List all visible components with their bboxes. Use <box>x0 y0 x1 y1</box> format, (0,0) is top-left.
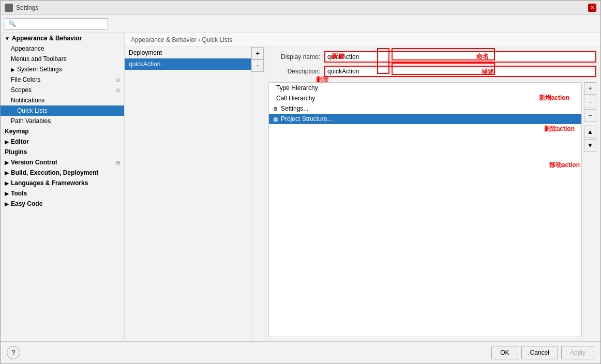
display-name-row: Display name: <box>268 51 596 63</box>
sidebar: ▼ Appearance & Behavior Appearance Menus… <box>1 33 125 341</box>
sidebar-label-quick-lists: Quick Lists <box>17 107 48 114</box>
app-icon <box>5 4 13 12</box>
quick-lists-area: Deployment quickAction + − <box>125 47 600 341</box>
move-up-button[interactable]: ▲ <box>584 126 596 138</box>
description-row: Description: <box>268 66 596 77</box>
sidebar-item-build[interactable]: ▶ Build, Execution, Deployment <box>1 168 124 178</box>
expand-arrow: ▼ <box>5 36 10 41</box>
vc-icon: ⊞ <box>116 160 120 165</box>
sidebar-item-keymap[interactable]: Keymap <box>1 126 124 136</box>
remove-action-button[interactable]: − <box>584 109 596 122</box>
close-button[interactable]: ✕ <box>588 4 596 12</box>
remove-list-button[interactable]: − <box>251 59 264 72</box>
title-bar: Settings ✕ <box>1 1 600 15</box>
sidebar-item-plugins[interactable]: Plugins <box>1 147 124 157</box>
action-item-call-hierarchy[interactable]: Call Hierarchy <box>269 93 581 103</box>
sidebar-label-appearance: Appearance <box>11 45 44 52</box>
list-label-quickaction: quickAction <box>129 60 160 68</box>
sidebar-item-notifications[interactable]: Notifications <box>1 95 124 105</box>
action-item-settings[interactable]: ⚙ Settings... <box>269 103 581 114</box>
quick-lists-inner: Deployment quickAction + − <box>125 47 600 341</box>
breadcrumb: Appearance & Behavior › Quick Lists <box>125 33 600 47</box>
add-action-button[interactable]: + <box>584 82 596 95</box>
ok-button[interactable]: OK <box>491 346 518 359</box>
sidebar-item-quick-lists[interactable]: Quick Lists <box>1 105 124 116</box>
action-list: Type Hierarchy Call Hierarchy ⚙ Settings… <box>268 82 582 337</box>
action-item-project-structure[interactable]: ▦ Project Structure... <box>269 114 581 124</box>
tools-arrow: ▶ <box>5 191 9 196</box>
sidebar-label-appearance-behavior: Appearance & Behavior <box>12 35 82 42</box>
sidebar-item-languages[interactable]: ▶ Languages & Frameworks <box>1 178 124 188</box>
sidebar-label-plugins: Plugins <box>5 148 27 156</box>
scopes-icon: ⊞ <box>116 87 120 93</box>
sidebar-item-system-settings[interactable]: ▶ System Settings <box>1 64 124 74</box>
help-button[interactable]: ? <box>7 346 20 359</box>
sidebar-item-easy-code[interactable]: ▶ Easy Code <box>1 199 124 209</box>
sidebar-item-tools[interactable]: ▶ Tools <box>1 188 124 199</box>
sidebar-label-tools: Tools <box>11 190 27 197</box>
main-area: ▼ Appearance & Behavior Appearance Menus… <box>1 33 600 341</box>
system-settings-arrow: ▶ <box>11 67 15 72</box>
sidebar-item-appearance-behavior[interactable]: ▼ Appearance & Behavior <box>1 33 124 43</box>
sidebar-item-path-variables[interactable]: Path Variables <box>1 116 124 126</box>
action-label-project-structure: Project Structure... <box>281 115 332 123</box>
move-down-button[interactable]: ▼ <box>584 139 596 151</box>
sidebar-label-easy-code: Easy Code <box>11 200 42 207</box>
list-item-deployment[interactable]: Deployment <box>125 47 251 58</box>
detail-panel: Display name: Description: <box>264 47 600 341</box>
bottom-bar: ? OK Cancel Apply <box>1 341 600 363</box>
sidebar-label-editor: Editor <box>11 138 29 145</box>
settings-icon: ⚙ <box>273 106 278 112</box>
build-arrow: ▶ <box>5 170 9 176</box>
sidebar-item-menus-toolbars[interactable]: Menus and Toolbars <box>1 54 124 64</box>
dotted-action-button[interactable]: ···· <box>584 96 596 108</box>
search-bar <box>1 15 600 33</box>
window-title: Settings <box>16 4 588 11</box>
action-label-type-hierarchy: Type Hierarchy <box>276 84 318 92</box>
action-label-settings: Settings... <box>281 105 308 112</box>
sidebar-label-vc: Version Control <box>11 159 57 166</box>
sidebar-item-version-control[interactable]: ▶ Version Control ⊞ <box>1 157 124 168</box>
sidebar-label-scopes: Scopes <box>11 86 32 94</box>
project-structure-icon: ▦ <box>273 116 278 122</box>
sidebar-label-keymap: Keymap <box>5 128 29 135</box>
lang-arrow: ▶ <box>5 180 9 186</box>
description-label: Description: <box>268 68 320 75</box>
list-panel-buttons: + − <box>251 47 264 341</box>
list-with-buttons: Deployment quickAction + − <box>125 47 264 341</box>
add-list-button[interactable]: + <box>251 47 264 59</box>
sidebar-label-build: Build, Execution, Deployment <box>11 169 98 176</box>
sidebar-item-editor[interactable]: ▶ Editor <box>1 136 124 147</box>
sidebar-label-notifications: Notifications <box>11 97 44 104</box>
sidebar-label-system: System Settings <box>17 66 62 73</box>
vc-arrow: ▶ <box>5 160 9 165</box>
file-colors-icon: ⊞ <box>116 77 120 83</box>
sidebar-item-file-colors[interactable]: File Colors ⊞ <box>1 74 124 85</box>
sidebar-label-path-variables: Path Variables <box>11 117 51 125</box>
sidebar-label-menus: Menus and Toolbars <box>11 55 67 63</box>
action-list-area: Type Hierarchy Call Hierarchy ⚙ Settings… <box>268 82 596 337</box>
sidebar-label-file-colors: File Colors <box>11 76 40 83</box>
content-area: ▼ Appearance & Behavior Appearance Menus… <box>1 15 600 363</box>
settings-window: Settings ✕ ▼ Appearance & Behavior Appea… <box>0 0 601 364</box>
editor-arrow: ▶ <box>5 139 9 145</box>
list-section: Deployment quickAction + − <box>125 47 264 341</box>
sidebar-label-languages: Languages & Frameworks <box>11 179 88 187</box>
search-input[interactable] <box>5 18 108 29</box>
apply-button[interactable]: Apply <box>561 346 594 359</box>
cancel-button[interactable]: Cancel <box>521 346 558 359</box>
sidebar-item-scopes[interactable]: Scopes ⊞ <box>1 85 124 95</box>
action-buttons: + ···· − ▲ ▼ <box>584 82 596 337</box>
main-content: Appearance & Behavior › Quick Lists Depl… <box>125 33 600 341</box>
display-name-label: Display name: <box>268 53 320 60</box>
list-panel-content: Deployment quickAction <box>125 47 251 341</box>
action-item-type-hierarchy[interactable]: Type Hierarchy <box>269 83 581 93</box>
description-input[interactable] <box>324 66 596 77</box>
display-name-input[interactable] <box>324 51 596 63</box>
sidebar-item-appearance[interactable]: Appearance <box>1 43 124 54</box>
list-label-deployment: Deployment <box>129 49 162 56</box>
action-label-call-hierarchy: Call Hierarchy <box>276 95 315 102</box>
easy-code-arrow: ▶ <box>5 201 9 207</box>
list-item-quickaction[interactable]: quickAction <box>125 58 251 70</box>
